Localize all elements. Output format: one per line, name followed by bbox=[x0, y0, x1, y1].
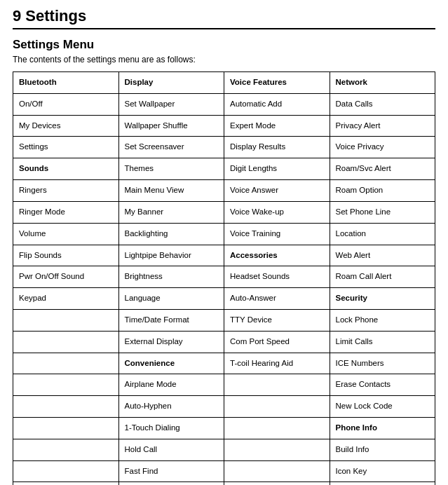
table-cell-2-16 bbox=[224, 439, 330, 460]
table-cell-0-13 bbox=[13, 374, 119, 396]
table-cell-3-3: Roam/Svc Alert bbox=[330, 158, 435, 180]
col-header-0: Bluetooth bbox=[13, 72, 119, 94]
table-row: Time/Date FormatTTY DeviceLock Phone bbox=[13, 309, 435, 331]
table-cell-1-18: Frequent List bbox=[118, 482, 224, 485]
table-row: Pwr On/Off SoundBrightnessHeadset Sounds… bbox=[13, 266, 435, 288]
table-cell-0-6: Volume bbox=[13, 223, 119, 245]
table-cell-2-4: Voice Answer bbox=[224, 180, 330, 202]
table-cell-1-6: Backlighting bbox=[118, 223, 224, 245]
table-cell-1-17: Fast Find bbox=[118, 460, 224, 482]
table-row: On/OffSet WallpaperAutomatic AddData Cal… bbox=[13, 93, 435, 115]
table-cell-1-9: Language bbox=[118, 288, 224, 310]
table-cell-3-6: Location bbox=[330, 223, 435, 245]
sub-header: Security bbox=[336, 294, 367, 302]
table-cell-2-0: Automatic Add bbox=[224, 93, 330, 115]
table-cell-1-8: Brightness bbox=[118, 266, 224, 288]
table-cell-1-0: Set Wallpaper bbox=[118, 93, 224, 115]
settings-table: BluetoothDisplayVoice FeaturesNetworkOn/… bbox=[13, 71, 435, 485]
table-cell-2-9: Auto-Answer bbox=[224, 288, 330, 310]
table-cell-2-11: Com Port Speed bbox=[224, 331, 330, 353]
col-header-1: Display bbox=[118, 72, 224, 94]
table-cell-1-11: External Display bbox=[118, 331, 224, 353]
table-cell-0-11 bbox=[13, 331, 119, 353]
table-row: Flip SoundsLightpipe BehaviorAccessories… bbox=[13, 245, 435, 266]
table-cell-0-5: Ringer Mode bbox=[13, 201, 119, 223]
table-cell-0-3: Sounds bbox=[13, 158, 119, 180]
table-cell-0-1: My Devices bbox=[13, 115, 119, 137]
table-cell-0-14 bbox=[13, 396, 119, 418]
table-cell-1-5: My Banner bbox=[118, 201, 224, 223]
table-row: External DisplayCom Port SpeedLimit Call… bbox=[13, 331, 435, 353]
table-row: SettingsSet ScreensaverDisplay ResultsVo… bbox=[13, 137, 435, 158]
table-cell-2-3: Digit Lengths bbox=[224, 158, 330, 180]
table-cell-3-8: Roam Call Alert bbox=[330, 266, 435, 288]
table-row: Frequent ListUser Guide bbox=[13, 482, 435, 485]
table-cell-2-18 bbox=[224, 482, 330, 485]
section-title: Settings Menu bbox=[13, 38, 435, 52]
table-cell-1-2: Set Screensaver bbox=[118, 137, 224, 158]
table-cell-3-4: Roam Option bbox=[330, 180, 435, 202]
table-row: VolumeBacklightingVoice TrainingLocation bbox=[13, 223, 435, 245]
section-subtitle: The contents of the settings menu are as… bbox=[13, 55, 435, 64]
table-cell-1-16: Hold Call bbox=[118, 439, 224, 460]
table-cell-2-10: TTY Device bbox=[224, 309, 330, 331]
table-cell-2-7: Accessories bbox=[224, 245, 330, 266]
col-header-2: Voice Features bbox=[224, 72, 330, 94]
table-cell-1-4: Main Menu View bbox=[118, 180, 224, 202]
table-cell-3-2: Voice Privacy bbox=[330, 137, 435, 158]
table-cell-0-17 bbox=[13, 460, 119, 482]
table-cell-3-0: Data Calls bbox=[330, 93, 435, 115]
table-cell-3-14: New Lock Code bbox=[330, 396, 435, 418]
table-cell-3-7: Web Alert bbox=[330, 245, 435, 266]
table-cell-2-1: Expert Mode bbox=[224, 115, 330, 137]
table-cell-1-15: 1-Touch Dialing bbox=[118, 418, 224, 439]
table-cell-1-13: Airplane Mode bbox=[118, 374, 224, 396]
table-cell-1-7: Lightpipe Behavior bbox=[118, 245, 224, 266]
table-cell-0-4: Ringers bbox=[13, 180, 119, 202]
table-row: SoundsThemesDigit LengthsRoam/Svc Alert bbox=[13, 158, 435, 180]
sub-header: Phone Info bbox=[336, 423, 377, 432]
table-cell-3-15: Phone Info bbox=[330, 418, 435, 439]
table-cell-0-7: Flip Sounds bbox=[13, 245, 119, 266]
table-cell-0-10 bbox=[13, 309, 119, 331]
table-cell-2-6: Voice Training bbox=[224, 223, 330, 245]
table-cell-2-15 bbox=[224, 418, 330, 439]
table-cell-0-0: On/Off bbox=[13, 93, 119, 115]
table-cell-0-12 bbox=[13, 353, 119, 374]
table-cell-2-8: Headset Sounds bbox=[224, 266, 330, 288]
table-cell-2-17 bbox=[224, 460, 330, 482]
table-cell-3-11: Limit Calls bbox=[330, 331, 435, 353]
table-row: KeypadLanguageAuto-AnswerSecurity bbox=[13, 288, 435, 310]
table-cell-2-13 bbox=[224, 374, 330, 396]
table-cell-1-12: Convenience bbox=[118, 353, 224, 374]
table-cell-0-8: Pwr On/Off Sound bbox=[13, 266, 119, 288]
table-cell-0-15 bbox=[13, 418, 119, 439]
table-cell-0-9: Keypad bbox=[13, 288, 119, 310]
table-row: RingersMain Menu ViewVoice AnswerRoam Op… bbox=[13, 180, 435, 202]
table-cell-3-12: ICE Numbers bbox=[330, 353, 435, 374]
sub-header: Accessories bbox=[230, 251, 278, 259]
table-row: 1-Touch DialingPhone Info bbox=[13, 418, 435, 439]
table-cell-1-10: Time/Date Format bbox=[118, 309, 224, 331]
table-cell-3-1: Privacy Alert bbox=[330, 115, 435, 137]
table-row: Hold CallBuild Info bbox=[13, 439, 435, 460]
table-cell-0-16 bbox=[13, 439, 119, 460]
table-row: ConvenienceT-coil Hearing AidICE Numbers bbox=[13, 353, 435, 374]
table-cell-1-14: Auto-Hyphen bbox=[118, 396, 224, 418]
table-cell-3-9: Security bbox=[330, 288, 435, 310]
page-container: 9 Settings Settings Menu The contents of… bbox=[0, 0, 448, 485]
table-cell-3-10: Lock Phone bbox=[330, 309, 435, 331]
table-row: Auto-HyphenNew Lock Code bbox=[13, 396, 435, 418]
table-cell-3-5: Set Phone Line bbox=[330, 201, 435, 223]
table-row: Fast FindIcon Key bbox=[13, 460, 435, 482]
table-cell-2-2: Display Results bbox=[224, 137, 330, 158]
table-cell-1-1: Wallpaper Shuffle bbox=[118, 115, 224, 137]
table-cell-0-2: Settings bbox=[13, 137, 119, 158]
table-cell-3-18: User Guide bbox=[330, 482, 435, 485]
table-cell-2-5: Voice Wake-up bbox=[224, 201, 330, 223]
table-cell-3-13: Erase Contacts bbox=[330, 374, 435, 396]
sub-header: Sounds bbox=[19, 164, 48, 172]
table-cell-3-16: Build Info bbox=[330, 439, 435, 460]
chapter-title: 9 Settings bbox=[13, 7, 435, 29]
col-header-3: Network bbox=[330, 72, 435, 94]
